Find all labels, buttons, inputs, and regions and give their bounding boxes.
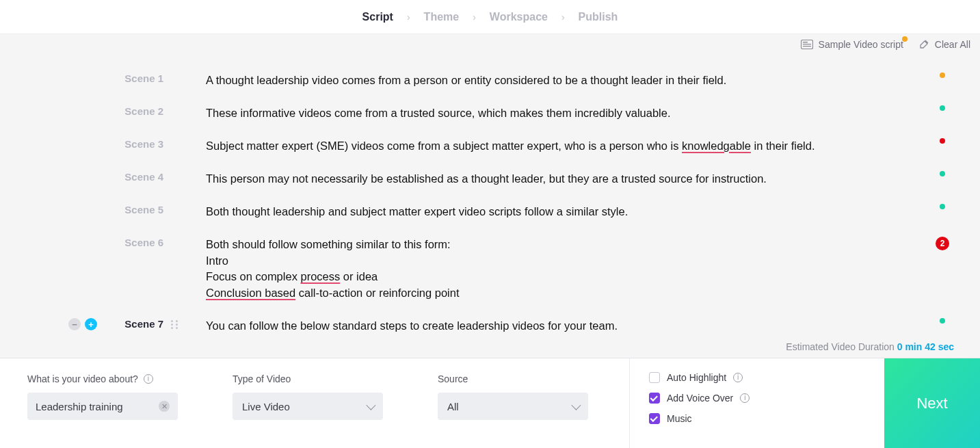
scene-text[interactable]: These informative videos come from a tru… xyxy=(181,98,905,129)
scene-row[interactable]: Scene 1A thought leadership video comes … xyxy=(0,64,980,97)
scene-label[interactable]: Scene 6 xyxy=(124,237,163,248)
scene-label-col: Scene 1 xyxy=(0,66,181,84)
scene-label-col: Scene 4 xyxy=(0,164,181,183)
scene-row[interactable]: Scene 5Both thought leadership and subje… xyxy=(0,196,980,228)
status-dot xyxy=(940,73,945,78)
scene-status xyxy=(905,98,980,111)
clear-all-link[interactable]: Clear All xyxy=(918,39,970,50)
status-dot xyxy=(940,171,945,176)
scene-controls: −+ xyxy=(68,318,97,330)
scene-status xyxy=(905,131,980,144)
about-input[interactable]: Leadership training ✕ xyxy=(27,393,178,420)
option-label: Music xyxy=(667,413,692,424)
drag-handle-icon[interactable] xyxy=(170,319,178,329)
svg-rect-3 xyxy=(803,46,811,47)
scene-status xyxy=(905,66,980,78)
scene-status: 2 xyxy=(905,230,980,250)
top-actions-row: Sample Video script Clear All xyxy=(0,34,980,55)
scene-row[interactable]: Scene 3Subject matter expert (SME) video… xyxy=(0,130,980,163)
about-label: What is your video about? i xyxy=(27,373,205,384)
info-icon[interactable]: i xyxy=(733,373,743,382)
info-icon[interactable]: i xyxy=(144,374,153,384)
scene-label-col: −+Scene 7 xyxy=(0,311,181,330)
scene-text[interactable]: Subject matter expert (SME) videos come … xyxy=(181,131,905,161)
remove-scene-button[interactable]: − xyxy=(68,318,81,330)
clear-all-label: Clear All xyxy=(935,39,970,50)
spelling-error: knowledgable xyxy=(682,140,751,152)
next-button-label: Next xyxy=(916,395,947,412)
scene-row[interactable]: Scene 2These informative videos come fro… xyxy=(0,97,980,130)
scene-label-col: Scene 5 xyxy=(0,197,181,215)
scene-label[interactable]: Scene 5 xyxy=(124,204,163,215)
about-column: What is your video about? i Leadership t… xyxy=(0,358,219,448)
script-editor: Scene 1A thought leadership video comes … xyxy=(0,55,980,358)
info-icon[interactable]: i xyxy=(740,393,750,403)
scene-status xyxy=(905,311,980,324)
status-dot xyxy=(940,138,945,144)
scene-label[interactable]: Scene 2 xyxy=(124,105,163,117)
chevron-right-icon: › xyxy=(561,12,565,23)
source-select[interactable]: All xyxy=(438,393,588,420)
breadcrumb-step-theme[interactable]: Theme xyxy=(424,11,460,23)
scene-label-col: Scene 6 xyxy=(0,230,181,248)
estimated-duration-label: Estimated Video Duration xyxy=(786,341,895,352)
clear-about-icon[interactable]: ✕ xyxy=(159,401,170,412)
scene-row[interactable]: Scene 4This person may not necessarily b… xyxy=(0,163,980,196)
scene-label[interactable]: Scene 4 xyxy=(124,171,163,183)
chevron-right-icon: › xyxy=(473,12,476,23)
scene-text[interactable]: A thought leadership video comes from a … xyxy=(181,66,905,96)
type-label-text: Type of Video xyxy=(233,373,291,384)
svg-rect-1 xyxy=(803,42,808,42)
script-icon xyxy=(801,40,813,49)
option-label: Add Voice Over xyxy=(667,393,733,404)
scene-row[interactable]: Scene 6Both should follow something simi… xyxy=(0,228,980,311)
options-column: Auto HighlightiAdd Voice OveriMusic xyxy=(629,358,848,448)
status-badge[interactable]: 2 xyxy=(936,237,949,250)
scene-label[interactable]: Scene 3 xyxy=(124,138,163,150)
add-scene-button[interactable]: + xyxy=(85,318,97,330)
scene-text[interactable]: Both should follow something similar to … xyxy=(181,230,905,309)
option-voice-over: Add Voice Overi xyxy=(649,393,834,404)
scene-text[interactable]: Both thought leadership and subject matt… xyxy=(181,197,905,227)
sample-video-script-label: Sample Video script xyxy=(819,39,903,50)
text-segment: Subject matter expert (SME) videos come … xyxy=(206,140,682,152)
status-dot xyxy=(940,318,945,324)
about-input-value: Leadership training xyxy=(36,401,123,412)
scene-list: Scene 1A thought leadership video comes … xyxy=(0,64,980,333)
breadcrumb: Script›Theme›Workspace›Publish xyxy=(0,0,980,34)
about-label-text: What is your video about? xyxy=(27,373,138,384)
chevron-right-icon: › xyxy=(407,12,410,23)
scene-label[interactable]: Scene 7 xyxy=(124,318,163,330)
text-segment: or idea xyxy=(340,270,378,282)
status-dot xyxy=(940,204,945,209)
checkbox-voice-over[interactable] xyxy=(649,393,660,404)
type-select[interactable]: Live Video xyxy=(233,393,383,420)
source-select-value: All xyxy=(447,401,459,412)
scene-label-col: Scene 2 xyxy=(0,98,181,117)
sample-video-script-link[interactable]: Sample Video script xyxy=(801,39,903,50)
scene-status xyxy=(905,197,980,209)
text-segment: call-to-action or reinforcing point xyxy=(295,287,459,299)
breadcrumb-step-script[interactable]: Script xyxy=(362,11,393,23)
source-label: Source xyxy=(438,373,615,384)
breadcrumb-step-publish[interactable]: Publish xyxy=(579,11,618,23)
scene-text[interactable]: You can follow the below standard steps … xyxy=(181,311,905,333)
text-segment: in their field. xyxy=(751,140,815,152)
scene-text[interactable]: This person may not necessarily be estab… xyxy=(181,164,905,194)
scene-row[interactable]: −+Scene 7You can follow the below standa… xyxy=(0,310,980,333)
type-column: Type of Video Live Video xyxy=(219,358,424,448)
scene-label[interactable]: Scene 1 xyxy=(124,73,163,84)
scene-label-col: Scene 3 xyxy=(0,131,181,150)
source-column: Source All xyxy=(424,358,629,448)
option-music: Music xyxy=(649,413,834,424)
option-label: Auto Highlight xyxy=(667,372,726,383)
next-button[interactable]: Next xyxy=(884,358,980,448)
source-label-text: Source xyxy=(438,373,468,384)
checkbox-music[interactable] xyxy=(649,413,660,424)
checkbox-auto-highlight[interactable] xyxy=(649,372,660,383)
bottom-panel: What is your video about? i Leadership t… xyxy=(0,358,980,448)
breadcrumb-step-workspace[interactable]: Workspace xyxy=(490,11,548,23)
broom-icon xyxy=(918,39,929,50)
status-dot xyxy=(940,105,945,111)
spelling-error: process xyxy=(300,270,340,282)
